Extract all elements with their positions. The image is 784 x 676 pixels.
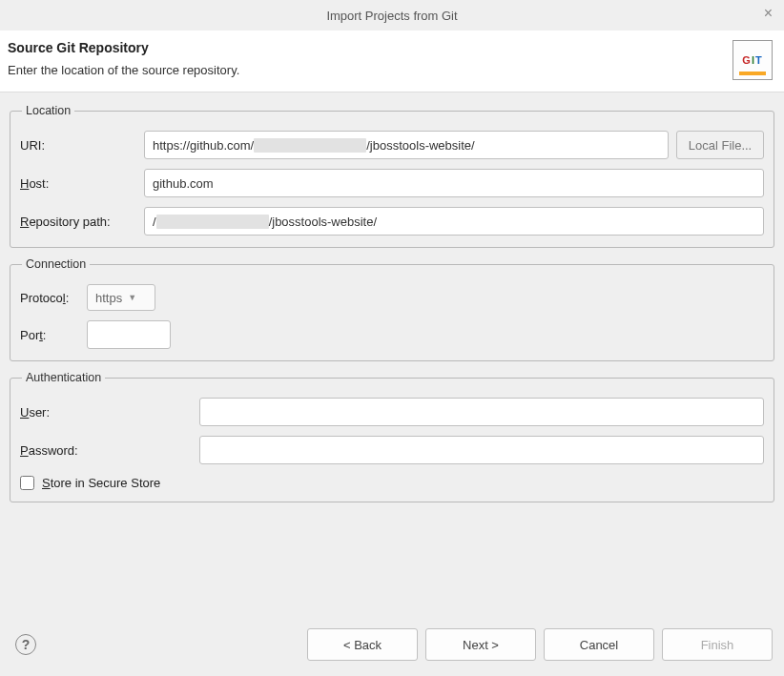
host-input[interactable] [144, 169, 764, 197]
git-logo-icon: GIT [732, 40, 773, 80]
password-input[interactable] [199, 436, 764, 464]
close-icon[interactable]: × [764, 6, 773, 21]
port-input[interactable] [87, 320, 171, 349]
user-label: User: [20, 405, 192, 420]
wizard-header: Source Git Repository Enter the location… [0, 31, 784, 92]
location-group: Location URI: https://github.com/xxxxxxx… [10, 104, 774, 248]
uri-label: URI: [20, 138, 136, 153]
protocol-label: Protocol: [20, 291, 79, 305]
connection-group: Connection Protocol: https ▼ Port: [10, 257, 774, 361]
protocol-select[interactable]: https ▼ [87, 284, 155, 311]
password-label: Password: [20, 443, 192, 458]
wizard-content: Location URI: https://github.com/xxxxxxx… [0, 92, 784, 522]
port-label: Port: [20, 328, 79, 342]
connection-legend: Connection [22, 257, 90, 271]
window-title: Import Projects from Git [326, 9, 457, 23]
next-button[interactable]: Next > [425, 628, 536, 661]
chevron-down-icon: ▼ [128, 293, 136, 302]
user-input[interactable] [199, 398, 764, 426]
title-bar: Import Projects from Git × [0, 0, 784, 31]
local-file-button[interactable]: Local File... [676, 131, 764, 159]
back-button[interactable]: < Back [307, 628, 418, 661]
repo-path-label: Repository path: [20, 215, 136, 229]
help-button[interactable]: ? [15, 634, 36, 655]
uri-input[interactable] [144, 131, 669, 159]
authentication-group: Authentication User: Password: Store in … [10, 371, 774, 502]
location-legend: Location [22, 104, 74, 117]
repo-path-input[interactable] [144, 207, 764, 236]
finish-button[interactable]: Finish [662, 628, 773, 661]
host-label: Host: [20, 176, 136, 191]
store-secure-label: Store in Secure Store [42, 476, 160, 490]
page-subheading: Enter the location of the source reposit… [8, 63, 239, 77]
cancel-button[interactable]: Cancel [544, 628, 654, 661]
authentication-legend: Authentication [22, 371, 105, 384]
wizard-footer: ? < Back Next > Cancel Finish [0, 615, 784, 676]
page-heading: Source Git Repository [8, 40, 239, 55]
store-secure-checkbox[interactable] [20, 476, 34, 490]
protocol-value: https [95, 291, 122, 305]
